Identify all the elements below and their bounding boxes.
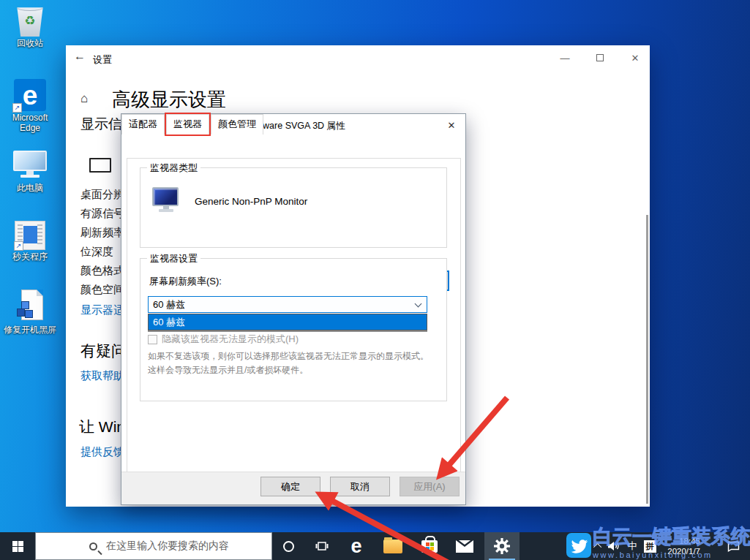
monitor-settings-group: 监视器设置 屏幕刷新频率(S): 60 赫兹 60 赫兹 隐藏该监视器无法显示的… (140, 258, 447, 401)
chevron-down-icon (415, 300, 422, 308)
group-title: 监视器设置 (147, 252, 200, 265)
monitor-outline-icon (89, 158, 111, 173)
minimize-button[interactable]: — (548, 47, 582, 69)
tab-adapter[interactable]: 适配器 (121, 114, 165, 135)
search-placeholder: 在这里输入你要搜索的内容 (106, 540, 229, 553)
start-button[interactable] (0, 532, 35, 560)
taskbar: 在这里输入你要搜索的内容 e (0, 532, 750, 560)
search-icon (89, 542, 97, 550)
window-title: 设置 (93, 53, 112, 67)
desktop-icon-app-shortcut[interactable]: ↗ 秒关程序 (1, 221, 59, 262)
mail-icon (456, 540, 473, 553)
dialog-close-button[interactable]: ✕ (440, 117, 462, 133)
monitor-type-group: 监视器类型 Generic Non-PnP Monitor 属性(P) (140, 167, 447, 248)
windows-logo-icon (12, 541, 23, 552)
monitor-name: Generic Non-PnP Monitor (195, 196, 307, 207)
info-label: 颜色空间 (80, 283, 124, 297)
twitter-bird-icon (566, 533, 591, 558)
chevron-up-icon (593, 543, 601, 551)
edge-icon: e ↗ (14, 79, 46, 111)
volume-button[interactable] (606, 532, 622, 560)
taskbar-clock[interactable]: 18:45 2020/1/7 (662, 532, 700, 560)
settings-app-button[interactable] (484, 532, 520, 560)
cortana-icon (283, 541, 294, 552)
desktop-icon-label: 此电脑 (1, 183, 59, 194)
back-icon[interactable]: ← (72, 50, 88, 66)
tab-color-management[interactable]: 颜色管理 (211, 114, 263, 135)
apply-button[interactable]: 应用(A) (400, 477, 460, 496)
action-center-icon (727, 541, 740, 552)
taskbar-edge-button[interactable]: e (340, 532, 373, 560)
dropdown-option-selected[interactable]: 60 赫兹 (149, 314, 427, 330)
refresh-rate-dropdown-list: 60 赫兹 (148, 314, 427, 330)
mail-button[interactable] (448, 532, 481, 560)
desktop-icon-label: 修复开机黑屏 (1, 325, 59, 336)
info-label: 位深度 (80, 245, 113, 259)
registry-file-icon (15, 290, 45, 323)
info-label: 刷新频率 (80, 226, 124, 240)
monitor-properties-dialog: Generic Non-PnP Monitor 和 VMware SVGA 3D… (121, 113, 466, 505)
desktop-icon-label: 秒关程序 (1, 252, 59, 262)
refresh-rate-combobox[interactable]: 60 赫兹 (148, 296, 427, 313)
desktop-icon-recycle-bin[interactable]: ♻ 回收站 (1, 4, 59, 49)
task-view-icon (315, 540, 329, 552)
home-icon[interactable]: ⌂ (80, 91, 88, 106)
folder-icon (383, 540, 402, 553)
ok-button[interactable]: 确定 (260, 477, 320, 496)
ime-mode-button[interactable]: 中 (623, 532, 641, 560)
page-title: 高级显示设置 (112, 87, 226, 113)
recycle-bin-icon: ♻ (15, 4, 45, 37)
hide-modes-checkbox[interactable] (148, 335, 157, 344)
hide-modes-checkbox-label: 隐藏该监视器无法显示的模式(H) (162, 333, 299, 346)
tab-monitor[interactable]: 监视器 (166, 114, 209, 135)
combobox-value: 60 赫兹 (153, 298, 185, 311)
close-button[interactable]: ✕ (618, 47, 652, 69)
pinyin-badge: 拼 (644, 540, 656, 553)
gear-icon (493, 537, 511, 555)
desktop-icon-registry-fix[interactable]: 修复开机黑屏 (1, 290, 59, 336)
info-label: 颜色格式 (80, 264, 124, 278)
group-title: 监视器类型 (147, 162, 200, 175)
task-view-button[interactable] (306, 532, 338, 560)
cancel-button[interactable]: 取消 (330, 477, 390, 496)
warning-text: 如果不复选该项，则你可以选择那些该监视器无法正常显示的显示模式。 这样会导致无法… (148, 349, 442, 377)
clock-time: 18:45 (679, 536, 700, 546)
give-feedback-link[interactable]: 提供反馈 (80, 445, 124, 459)
store-button[interactable] (413, 532, 446, 560)
monitor-device-icon (152, 187, 180, 212)
speaker-icon (608, 541, 620, 551)
shortcut-arrow-icon: ↗ (12, 103, 22, 113)
edge-icon: e (350, 535, 361, 558)
desktop-icon-edge[interactable]: e ↗ Microsoft Edge (1, 79, 59, 134)
shortcut-arrow-icon: ↗ (14, 241, 23, 251)
show-hidden-icons-button[interactable] (593, 532, 604, 560)
maximize-button[interactable] (583, 47, 617, 69)
store-icon (421, 540, 438, 553)
scrollbar[interactable] (646, 215, 648, 504)
cortana-button[interactable] (272, 532, 304, 560)
desktop-icon-label: Microsoft Edge (1, 113, 59, 134)
file-explorer-button[interactable] (376, 532, 410, 560)
desktop-icon-label: 回收站 (1, 39, 59, 49)
refresh-rate-label: 屏幕刷新频率(S): (149, 275, 222, 288)
this-pc-icon (12, 151, 48, 178)
ime-badge-button[interactable]: 拼 (641, 532, 659, 560)
twitter-tile[interactable] (566, 533, 591, 558)
desktop-icon-this-pc[interactable]: 此电脑 (1, 151, 59, 194)
action-center-button[interactable] (719, 532, 748, 560)
taskbar-search-input[interactable]: 在这里输入你要搜索的内容 (35, 532, 272, 560)
get-help-link[interactable]: 获取帮助 (80, 369, 124, 383)
program-window-icon: ↗ (15, 221, 45, 250)
clock-date: 2020/1/7 (667, 546, 700, 556)
hide-modes-checkbox-row: 隐藏该监视器无法显示的模式(H) (148, 333, 299, 346)
